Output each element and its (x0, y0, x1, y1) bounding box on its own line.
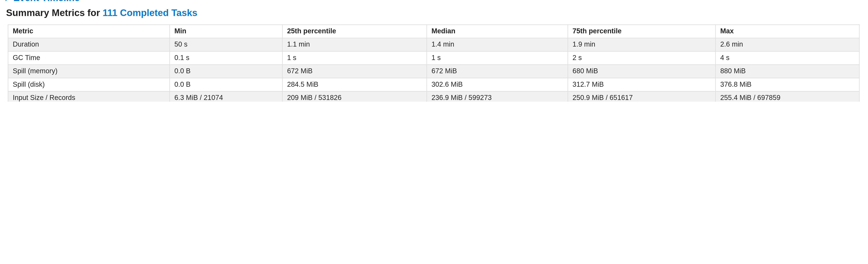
summary-value-cell: 0.0 B (169, 78, 282, 91)
summary-value-cell: 236.9 MiB / 599273 (427, 91, 568, 102)
summary-value-cell: 250.9 MiB / 651617 (568, 91, 716, 102)
table-row: Spill (memory)0.0 B672 MiB672 MiB680 MiB… (8, 65, 860, 78)
summary-value-cell: 880 MiB (715, 65, 859, 78)
summary-value-cell: 2.6 min (715, 38, 859, 51)
summary-metric-cell: Spill (memory) (8, 65, 170, 78)
summary-metric-cell: GC Time (8, 51, 170, 64)
summary-value-cell: 284.5 MiB (282, 78, 427, 91)
summary-metrics-heading: Summary Metrics for 111 Completed Tasks (0, 0, 868, 19)
summary-value-cell: 376.8 MiB (715, 78, 859, 91)
summary-value-cell: 680 MiB (568, 65, 716, 78)
summary-value-cell: 1 s (427, 51, 568, 64)
summary-value-cell: 1 s (282, 51, 427, 64)
completed-tasks-link[interactable]: 111 Completed Tasks (103, 8, 197, 18)
summary-value-cell: 0.1 s (169, 51, 282, 64)
summary-column-header: Metric (8, 25, 170, 38)
summary-value-cell: 209 MiB / 531826 (282, 91, 427, 102)
summary-column-header: Max (715, 25, 859, 38)
summary-value-cell: 255.4 MiB / 697859 (715, 91, 859, 102)
summary-metric-cell: Spill (disk) (8, 78, 170, 91)
table-row: Input Size / Records6.3 MiB / 21074209 M… (8, 91, 860, 102)
summary-column-header: 25th percentile (282, 25, 427, 38)
summary-value-cell: 302.6 MiB (427, 78, 568, 91)
summary-value-cell: 6.3 MiB / 21074 (169, 91, 282, 102)
summary-column-header: Median (427, 25, 568, 38)
summary-value-cell: 0.0 B (169, 65, 282, 78)
summary-column-header: Min (169, 25, 282, 38)
summary-value-cell: 50 s (169, 38, 282, 51)
summary-metric-cell: Input Size / Records (8, 91, 170, 102)
event-timeline-label: Event Timeline (13, 0, 80, 4)
spark-stage-page: Event Timeline Summary Metrics for 111 C… (0, 0, 868, 102)
summary-column-header: 75th percentile (568, 25, 716, 38)
summary-value-cell: 672 MiB (282, 65, 427, 78)
summary-value-cell: 1.1 min (282, 38, 427, 51)
table-row: Spill (disk)0.0 B284.5 MiB302.6 MiB312.7… (8, 78, 860, 91)
summary-value-cell: 2 s (568, 51, 716, 64)
collapsed-arrow-icon (5, 0, 9, 1)
summary-metrics-table: MetricMin25th percentileMedian75th perce… (8, 24, 860, 102)
table-row: Duration50 s1.1 min1.4 min1.9 min2.6 min (8, 38, 860, 51)
table-row: GC Time0.1 s1 s1 s2 s4 s (8, 51, 860, 64)
summary-value-cell: 312.7 MiB (568, 78, 716, 91)
summary-metric-cell: Duration (8, 38, 170, 51)
summary-value-cell: 4 s (715, 51, 859, 64)
summary-value-cell: 1.9 min (568, 38, 716, 51)
summary-value-cell: 672 MiB (427, 65, 568, 78)
summary-value-cell: 1.4 min (427, 38, 568, 51)
summary-header-row: MetricMin25th percentileMedian75th perce… (8, 25, 860, 38)
summary-heading-prefix: Summary Metrics for (6, 8, 103, 18)
event-timeline-toggle[interactable]: Event Timeline (5, 0, 80, 4)
